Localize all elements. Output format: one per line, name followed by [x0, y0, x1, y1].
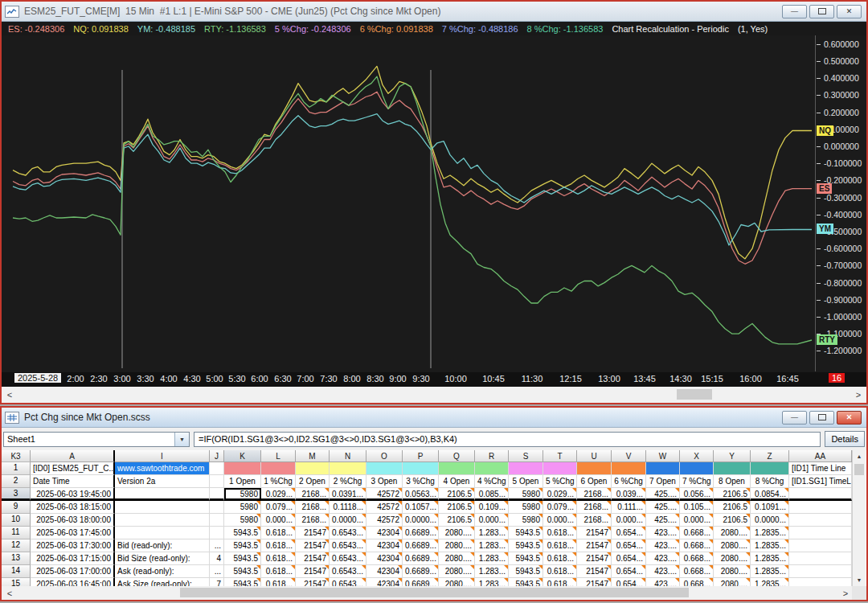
cell-L9[interactable]: 0.079...: [261, 501, 296, 514]
column-header-R[interactable]: R: [475, 450, 509, 462]
formula-input[interactable]: [194, 432, 821, 447]
chevron-down-icon[interactable]: ▼: [174, 433, 189, 446]
cell-O11[interactable]: 42304: [366, 527, 403, 539]
cell-X13[interactable]: 0.668...: [680, 552, 714, 565]
cell-M12[interactable]: 21547: [296, 539, 330, 552]
cell-AA2[interactable]: [ID1.SG1] TimeLin: [789, 475, 852, 488]
cell-A10[interactable]: 2025-06-03 18:00:00: [31, 514, 115, 527]
cell-V12[interactable]: 0.654...: [612, 539, 646, 552]
grid-vertical-scrollbar[interactable]: ▲ ▼: [852, 450, 866, 586]
cell-AA12[interactable]: [789, 539, 852, 552]
cell-J9[interactable]: [210, 501, 224, 514]
cell-L12[interactable]: 0.618...: [261, 539, 296, 552]
cell-U13[interactable]: 21547: [577, 552, 612, 565]
cell-M15[interactable]: 21547: [296, 578, 330, 586]
cell-P12[interactable]: 0.6689...: [403, 539, 439, 552]
cell-L1[interactable]: [261, 462, 296, 475]
cell-V13[interactable]: 0.654...: [612, 552, 646, 565]
cell-X15[interactable]: 0.668...: [680, 578, 714, 586]
chart-canvas[interactable]: 0.6000000.5000000.4000000.3000000.200000…: [2, 35, 866, 372]
cell-O1[interactable]: [366, 462, 403, 475]
cell-X10[interactable]: 0.000...: [680, 514, 714, 527]
cell-Y15[interactable]: 2080....: [714, 578, 751, 586]
cell-N13[interactable]: 0.6543...: [330, 552, 366, 565]
cell-X9[interactable]: 0.105...: [680, 501, 714, 514]
cell-AA9[interactable]: [789, 501, 852, 514]
column-header-I[interactable]: I: [115, 450, 210, 462]
cell-Z11[interactable]: 1.2835...: [751, 527, 789, 539]
column-header-L[interactable]: L: [261, 450, 296, 462]
cell-I12[interactable]: Bid (read-only):: [115, 539, 210, 552]
cell-N9[interactable]: 0.1118...: [330, 501, 366, 514]
cell-O3[interactable]: 42572: [366, 488, 403, 501]
cell-N1[interactable]: [330, 462, 366, 475]
column-header-K[interactable]: K: [224, 450, 261, 462]
cell-T12[interactable]: 0.618...: [543, 539, 577, 552]
cell-R10[interactable]: 0.000...: [475, 514, 509, 527]
cell-Y13[interactable]: 2080....: [714, 552, 751, 565]
cell-I15[interactable]: Ask Size (read-only):: [115, 578, 210, 586]
cell-T3[interactable]: 0.029...: [543, 488, 577, 501]
cell-O15[interactable]: 42304: [366, 578, 403, 586]
cell-M13[interactable]: 21547: [296, 552, 330, 565]
cell-R11[interactable]: 1.283...: [475, 527, 509, 539]
cell-J13[interactable]: 4: [210, 552, 224, 565]
cell-P11[interactable]: 0.6689...: [403, 527, 439, 539]
cell-X1[interactable]: [680, 462, 714, 475]
row-header-3[interactable]: 3: [2, 488, 31, 501]
cell-L2[interactable]: 1 %Chg: [261, 475, 296, 488]
cell-V3[interactable]: 0.039...: [612, 488, 646, 501]
cell-T14[interactable]: 0.618...: [543, 565, 577, 578]
cell-X12[interactable]: 0.668...: [680, 539, 714, 552]
row-header-1[interactable]: 1: [2, 462, 31, 475]
column-header-U[interactable]: U: [577, 450, 612, 462]
column-header-V[interactable]: V: [612, 450, 646, 462]
cell-S3[interactable]: 5980: [509, 488, 543, 501]
cell-I14[interactable]: Ask (read-only):: [115, 565, 210, 578]
cell-R13[interactable]: 1.283...: [475, 552, 509, 565]
column-header-J[interactable]: J: [210, 450, 224, 462]
cell-V1[interactable]: [612, 462, 646, 475]
cell-A15[interactable]: 2025-06-03 16:45:00: [31, 578, 115, 586]
cell-O2[interactable]: 3 Open: [366, 475, 403, 488]
cell-Q12[interactable]: 2080....: [439, 539, 475, 552]
grid-scroll-right-icon[interactable]: >: [839, 586, 852, 600]
cell-A11[interactable]: 2025-06-03 17:45:00: [31, 527, 115, 539]
cell-Y1[interactable]: [714, 462, 751, 475]
cell-Z2[interactable]: 8 %Chg: [751, 475, 789, 488]
scroll-down-icon[interactable]: ▼: [853, 574, 866, 586]
sheet-minimize-button[interactable]: —: [782, 411, 807, 425]
grid-scroll-thumb[interactable]: [180, 588, 689, 597]
cell-V15[interactable]: 0.654...: [612, 578, 646, 586]
cell-Z12[interactable]: 1.2835...: [751, 539, 789, 552]
cell-P15[interactable]: 0.6689...: [403, 578, 439, 586]
cell-R14[interactable]: 1.283...: [475, 565, 509, 578]
cell-A13[interactable]: 2025-06-03 17:15:00: [31, 552, 115, 565]
cell-I2[interactable]: Version 2a: [115, 475, 210, 488]
cell-T2[interactable]: 5 %Chg: [543, 475, 577, 488]
cell-W3[interactable]: 425....: [646, 488, 680, 501]
cell-P9[interactable]: 0.1057...: [403, 501, 439, 514]
cell-M10[interactable]: 2168...: [296, 514, 330, 527]
cell-Z9[interactable]: 0.1091...: [751, 501, 789, 514]
cell-Q9[interactable]: 2106.5: [439, 501, 475, 514]
column-header-AA[interactable]: AA: [789, 450, 852, 462]
cell-V14[interactable]: 0.654...: [612, 565, 646, 578]
cell-N11[interactable]: 0.6543...: [330, 527, 366, 539]
row-header-15[interactable]: 15: [2, 578, 31, 586]
cell-S9[interactable]: 5980: [509, 501, 543, 514]
column-header-Z[interactable]: Z: [751, 450, 789, 462]
column-header-X[interactable]: X: [680, 450, 714, 462]
cell-S2[interactable]: 5 Open: [509, 475, 543, 488]
cell-Q14[interactable]: 2080....: [439, 565, 475, 578]
cell-S1[interactable]: [509, 462, 543, 475]
cell-K1[interactable]: [224, 462, 261, 475]
cell-S12[interactable]: 5943.5: [509, 539, 543, 552]
cell-A14[interactable]: 2025-06-03 17:00:00: [31, 565, 115, 578]
column-header-N[interactable]: N: [330, 450, 366, 462]
cell-U10[interactable]: 2168...: [577, 514, 612, 527]
grid-scroll-left-icon[interactable]: <: [3, 586, 16, 600]
cell-A9[interactable]: 2025-06-03 18:15:00: [31, 501, 115, 514]
cell-R2[interactable]: 4 %Chg: [475, 475, 509, 488]
column-header-Y[interactable]: Y: [714, 450, 751, 462]
